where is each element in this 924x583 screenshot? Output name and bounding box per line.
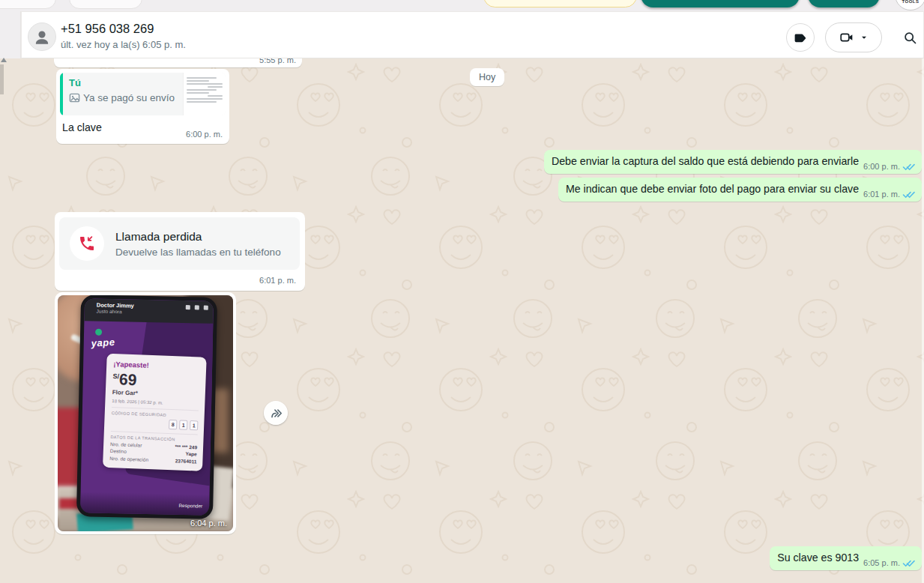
row-label: Destino [110, 448, 127, 454]
message-text: Su clave es 9013 [777, 551, 859, 565]
security-digit: 8 [169, 420, 177, 429]
yape-logo: yape [91, 336, 115, 349]
yape-green-dot [95, 329, 102, 336]
chat-header: +51 956 038 269 últ. vez hoy a la(s) 6:0… [21, 11, 924, 58]
scrollbar-up-arrow[interactable] [1, 58, 7, 62]
browser-tab-stub-1[interactable] [0, 0, 56, 9]
message-time: 6:00 p. m. [863, 162, 900, 171]
left-panel-edge [0, 11, 21, 58]
yape-receipt-card: ¡Yapeaste! S/69 Flor Gar* 18 feb. 2026 |… [103, 354, 207, 471]
quote-author: Tú [69, 77, 177, 88]
search-icon [902, 30, 918, 46]
person-icon [32, 27, 52, 46]
receipt-datetime: 18 feb. 2026 | 05:32 p. m. [112, 399, 199, 411]
receipt-amount: S/69 [112, 370, 200, 391]
transaction-row: Nro. de operación 23764011 [109, 455, 196, 463]
read-check-icon [902, 559, 915, 567]
outgoing-message-bubble: Me indican que debe enviar foto del pago… [558, 178, 922, 202]
row-value: *** *** 249 [175, 444, 197, 450]
photo-icon [69, 92, 80, 103]
quoted-message[interactable]: Tú Ya se pagó su envío [60, 73, 226, 115]
transaction-label: Datos de la transacción [110, 431, 197, 442]
outgoing-message-bubble: Debe enviar la captura del saldo que est… [544, 150, 922, 174]
notification-icons [186, 305, 208, 310]
previous-message-peek: 5:55 p. m. [54, 58, 302, 67]
date-divider-label: Hoy [479, 72, 495, 82]
browser-top-strip: TOOLS [0, 0, 924, 11]
row-label: Nro. de celular [110, 441, 142, 447]
conversation-panel: 5:55 p. m. Tú Ya se pagó su envío [0, 58, 924, 583]
date-divider: Hoy [470, 68, 504, 86]
whatsapp-window: TOOLS +51 956 038 269 últ. vez hoy a la(… [0, 0, 924, 583]
row-value: 23764011 [175, 458, 197, 464]
amount: 69 [119, 370, 137, 388]
photographed-phone: Doctor Jimmy Justo ahora yape ¡Yapeaste! [76, 295, 217, 519]
phone-notification: Doctor Jimmy Justo ahora [84, 298, 214, 324]
missed-call-message: Llamada perdida Devuelve las llamadas en… [55, 212, 305, 291]
quote-text: Ya se pagó su envío [83, 92, 175, 103]
teal-pill-button-1[interactable] [641, 0, 800, 7]
browser-tab-stub-2[interactable] [69, 0, 142, 9]
row-label: Nro. de operación [109, 455, 148, 462]
read-check-icon [902, 163, 915, 171]
security-digits: 8 1 1 [111, 417, 198, 430]
quote-thumbnail [183, 73, 226, 115]
contact-last-seen: últ. vez hoy a la(s) 6:05 p. m. [61, 39, 186, 50]
video-call-button[interactable] [825, 22, 882, 52]
outgoing-message-bubble: Su clave es 9013 6:05 p. m. [770, 546, 922, 570]
teal-pill-button-2[interactable] [808, 0, 880, 7]
photo-message-bubble: Doctor Jimmy Justo ahora yape ¡Yapeaste! [55, 292, 236, 534]
message-time: 6:00 p. m. [186, 130, 223, 139]
missed-call-icon [78, 235, 96, 253]
video-camera-icon [839, 29, 855, 46]
tools-badge-label: TOOLS [896, 0, 924, 4]
photo-image[interactable]: Doctor Jimmy Justo ahora yape ¡Yapeaste! [58, 295, 233, 531]
incoming-message-bubble: Tú Ya se pagó su envío [56, 69, 229, 144]
label-tag-icon [793, 30, 809, 46]
yape-screen: Doctor Jimmy Justo ahora yape ¡Yapeaste! [80, 298, 214, 516]
photo-message-time: 6:04 p. m. [190, 519, 227, 528]
previous-message-time: 5:55 p. m. [259, 58, 296, 64]
receipt-title: ¡Yapeaste! [113, 360, 200, 371]
forward-icon [269, 406, 283, 420]
message-text: Me indican que debe enviar foto del pago… [566, 182, 859, 196]
missed-call-icon-circle [70, 226, 104, 261]
contact-name[interactable]: +51 956 038 269 [61, 22, 154, 36]
message-time: 6:01 p. m. [259, 276, 296, 285]
read-check-icon [902, 190, 915, 199]
yellow-pill-button[interactable] [483, 0, 637, 7]
security-digit: 1 [190, 420, 198, 430]
message-time: 6:01 p. m. [863, 190, 900, 199]
message-time: 6:05 p. m. [863, 558, 900, 567]
chevron-down-icon [860, 33, 869, 42]
left-scrollbar-thumb[interactable] [0, 64, 4, 94]
search-button[interactable] [897, 25, 923, 49]
row-value: Yape [185, 451, 196, 457]
forward-button[interactable] [264, 401, 288, 425]
avatar[interactable] [28, 22, 56, 51]
tools-badge[interactable]: TOOLS [895, 0, 924, 10]
missed-call-title: Llamada perdida [115, 230, 281, 244]
message-text: La clave [62, 121, 102, 133]
security-digit: 1 [179, 420, 187, 429]
notification-reply-label: Responder [178, 503, 202, 509]
label-button[interactable] [786, 23, 815, 52]
message-text: Debe enviar la captura del saldo que est… [552, 154, 859, 169]
missed-call-subtitle: Devuelve las llamadas en tu teléfono [115, 247, 281, 258]
missed-call-card: Llamada perdida Devuelve las llamadas en… [59, 217, 300, 270]
